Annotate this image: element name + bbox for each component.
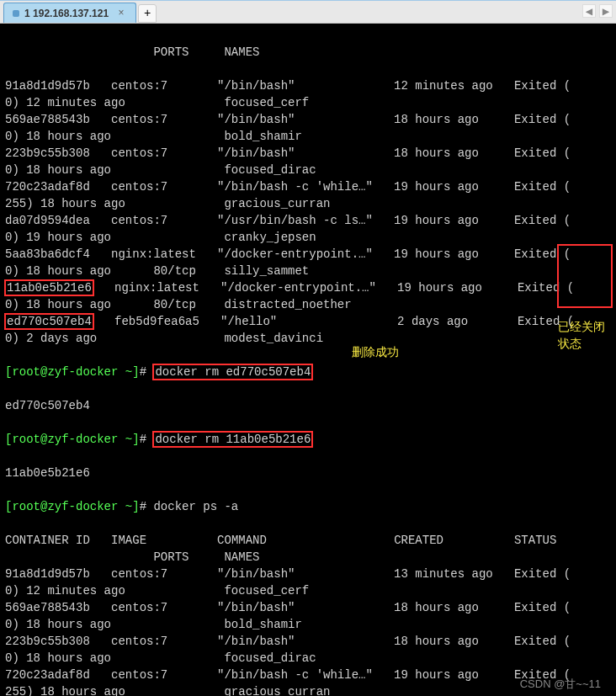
container-row-cont: 0) 18 hours ago focused_dirac — [5, 162, 611, 178]
container-row: 91a8d1d9d57b centos:7 "/bin/bash" 12 min… — [5, 77, 611, 94]
container-row-cont: 0) 18 hours ago bold_shamir — [5, 128, 611, 145]
tab-status-icon — [13, 10, 19, 17]
tab-index: 1 — [24, 8, 30, 19]
output-line: ed770c507eb4 — [5, 397, 611, 414]
command-1: docker rm ed770c507eb4 — [152, 364, 313, 380]
container-row: da07d9594dea centos:7 "/usr/bin/bash -c … — [5, 212, 611, 229]
container-row: 720c23adaf8d centos:7 "/bin/bash -c 'whi… — [5, 178, 611, 195]
prompt-line: [root@zyf-docker ~]# docker ps -a — [5, 498, 611, 515]
new-tab-button[interactable]: + — [138, 4, 157, 23]
output-line: 11ab0e5b21e6 — [5, 465, 611, 481]
header-row: PORTS NAMES — [5, 44, 611, 61]
tab-nav-right-icon[interactable]: ▶ — [599, 4, 613, 18]
container-row: 223b9c55b308 centos:7 "/bin/bash" 18 hou… — [5, 145, 611, 162]
container-row-cont: 0) 19 hours ago cranky_jepsen — [5, 229, 611, 246]
container-row: ed770c507eb4 feb5d9fea6a5 "/hello" 2 day… — [5, 313, 611, 330]
container-row: 223b9c55b308 centos:7 "/bin/bash" 18 hou… — [5, 633, 611, 650]
header-row-2: CONTAINER ID IMAGE COMMAND CREATED STATU… — [5, 532, 611, 549]
tab-bar: 1 192.168.137.121 × + ◀ ▶ — [0, 0, 616, 24]
watermark: CSDN @甘~~11 — [520, 676, 601, 693]
status-highlight-box — [557, 244, 613, 308]
prompt-line: [root@zyf-docker ~]# docker rm 11ab0e5b2… — [5, 431, 611, 448]
container-row: 91a8d1d9d57b centos:7 "/bin/bash" 13 min… — [5, 566, 611, 582]
tab-title: 192.168.137.121 — [33, 8, 109, 19]
container-row-cont: 0) 18 hours ago 80/tcp distracted_noethe… — [5, 296, 611, 313]
command-2: docker rm 11ab0e5b21e6 — [152, 431, 313, 448]
plus-icon: + — [144, 7, 151, 20]
container-row: 569ae788543b centos:7 "/bin/bash" 18 hou… — [5, 599, 611, 616]
annotation-delete-success: 删除成功 — [352, 343, 399, 360]
session-tab[interactable]: 1 192.168.137.121 × — [3, 3, 136, 23]
container-row-cont: 0) 18 hours ago 80/tcp silly_sammet — [5, 263, 611, 279]
container-row-cont: 0) 12 minutes ago focused_cerf — [5, 582, 611, 599]
annotation-closed-state: 已经关闭状态 — [558, 318, 612, 352]
container-row: 5aa83ba6dcf4 nginx:latest "/docker-entry… — [5, 246, 611, 263]
container-row-cont: 0) 2 days ago modest_davinci — [5, 330, 611, 347]
container-row: 11ab0e5b21e6 nginx:latest "/docker-entry… — [5, 279, 611, 296]
tab-nav-left-icon[interactable]: ◀ — [582, 4, 596, 18]
tab-close-icon[interactable]: × — [115, 8, 127, 19]
container-row: 569ae788543b centos:7 "/bin/bash" 18 hou… — [5, 111, 611, 128]
terminal[interactable]: PORTS NAMES 91a8d1d9d57b centos:7 "/bin/… — [0, 24, 616, 696]
container-row-cont: 255) 18 hours ago gracious_curran — [5, 195, 611, 212]
container-row-cont: 0) 12 minutes ago focused_cerf — [5, 94, 611, 111]
container-row-cont: 0) 18 hours ago focused_dirac — [5, 650, 611, 667]
command-3: docker ps -a — [153, 500, 238, 513]
container-row-cont: 0) 18 hours ago bold_shamir — [5, 616, 611, 633]
prompt-line: [root@zyf-docker ~]# docker rm ed770c507… — [5, 364, 611, 380]
